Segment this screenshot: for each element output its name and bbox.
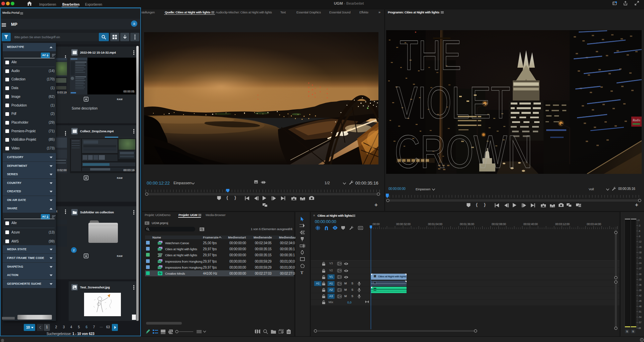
svg-text:CROWN: CROWN xyxy=(395,125,533,174)
svg-text:THE: THE xyxy=(400,31,461,79)
svg-text:VIOLET: VIOLET xyxy=(396,77,510,128)
